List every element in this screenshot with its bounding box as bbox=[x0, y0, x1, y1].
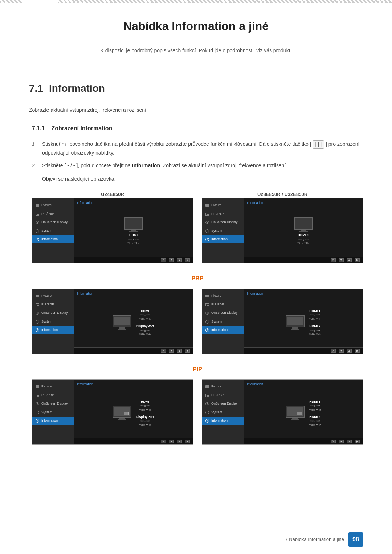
osd-btn-x-pip-l: ✕ bbox=[161, 440, 166, 443]
osd-label-pip-pip-l: PIP/PBP bbox=[41, 393, 54, 398]
osd-btn-right-1: ▶ bbox=[185, 258, 190, 262]
osd-item-info-pip-l: i Information bbox=[32, 417, 74, 425]
monitor-preview-pip-r bbox=[286, 406, 305, 420]
osd-label-pip-pip-r: PIP/PBP bbox=[211, 393, 224, 398]
source-info-pip-r2: HDMI 2 **** x **** **kHz **Hz bbox=[309, 415, 321, 427]
pip-icon-pip-r bbox=[205, 393, 209, 398]
osd-item-picture-pip-l: Picture bbox=[32, 383, 74, 391]
osd-btn-down-pip-l: ▼ bbox=[169, 440, 174, 443]
osd-item-pip-1: PIP/PBP bbox=[32, 210, 74, 218]
monitor-label-u24: U24E850R bbox=[101, 192, 124, 197]
osd-btn-right-pip-r: ▶ bbox=[355, 440, 360, 443]
page-subtitle: K dispozici je podrobný popis všech funk… bbox=[29, 47, 363, 54]
osd-label-info-pip-r: Information bbox=[211, 418, 228, 423]
footer-page-number: 98 bbox=[348, 532, 363, 547]
osd-label-picture-pbp-l: Picture bbox=[41, 294, 52, 299]
subsection-title: 7.1.1 Zobrazení Information bbox=[32, 124, 363, 133]
osd-panel-title-pip-l: Information bbox=[77, 382, 190, 387]
info-icon-pbp-r: i bbox=[205, 328, 209, 332]
osd-label-info-2: Information bbox=[211, 237, 228, 242]
info-icon-pbp-l: i bbox=[35, 328, 40, 332]
split-half-l2 bbox=[122, 317, 130, 325]
picture-icon-pbp-l bbox=[35, 294, 40, 298]
source-freq-pbp-r1: **kHz **Hz bbox=[309, 317, 321, 321]
osd-icon-pbp-l bbox=[35, 311, 40, 315]
system-icon-pbp-l bbox=[35, 320, 40, 324]
osd-label-picture-1: Picture bbox=[41, 203, 52, 208]
source-name-1: HDMI bbox=[127, 233, 139, 238]
source-res-pip-r1: **** x **** bbox=[309, 404, 321, 408]
osd-btn-down-pip-r: ▼ bbox=[339, 440, 344, 443]
osd-icon-pip-r bbox=[205, 402, 209, 406]
top-decorative-bar bbox=[0, 0, 392, 3]
osd-btn-right-pip-l: ▶ bbox=[185, 440, 190, 443]
section-number: 7.1 bbox=[29, 81, 43, 96]
monitor-single-row: Picture PIP/PBP OnScreen Display bbox=[32, 198, 363, 263]
osd-label-pip-pbp-r: PIP/PBP bbox=[211, 302, 224, 307]
osd-label-info-pip-l: Information bbox=[41, 418, 58, 423]
osd-content-1: HDMI **** x **** **kHz **Hz bbox=[77, 209, 190, 255]
osd-pbp-right: Picture PIP/PBP OnScreen Display bbox=[202, 289, 363, 354]
osd-icon-2 bbox=[205, 220, 209, 225]
source-info-pip-l1: HDMI **** x **** **kHz **Hz bbox=[136, 399, 154, 412]
osd-btn-x-pip-r: ✕ bbox=[331, 440, 336, 443]
monitor-preview-pbp-l1 bbox=[113, 315, 131, 330]
osd-sidebar-pbp-r: Picture PIP/PBP OnScreen Display bbox=[202, 289, 244, 354]
osd-content-pip-l: HDMI **** x **** **kHz **Hz DisplayPort … bbox=[77, 390, 190, 436]
osd-item-picture-pbp-r: Picture bbox=[202, 292, 244, 300]
osd-sidebar-2: Picture PIP/PBP OnScreen Display bbox=[202, 198, 244, 263]
source-info-pip-r1: HDMI 1 **** x **** **kHz **Hz bbox=[309, 399, 321, 412]
osd-label-picture-2: Picture bbox=[211, 203, 221, 208]
osd-item-pip-pbp-r: PIP/PBP bbox=[202, 301, 244, 309]
osd-bottom-1: ✕ ▼ ▲ ▶ bbox=[74, 257, 193, 263]
kbd-icon: ||| bbox=[313, 140, 324, 149]
picture-icon-1 bbox=[35, 203, 40, 208]
section-7-1: 7.1 Information Zobrazte aktuální vstupn… bbox=[29, 81, 363, 445]
osd-pbp-left: Picture PIP/PBP OnScreen Display bbox=[32, 289, 193, 354]
osd-item-pip-pip-r: PIP/PBP bbox=[202, 391, 244, 399]
monitor-base-2 bbox=[299, 231, 308, 232]
osd-u24-single: Picture PIP/PBP OnScreen Display bbox=[32, 198, 193, 263]
osd-label-info-pbp-r: Information bbox=[211, 328, 228, 333]
page-content: Nabídka Information a jiné K dispozici j… bbox=[0, 3, 392, 477]
picture-icon-2 bbox=[205, 203, 209, 208]
osd-btn-up-pip-r: ▲ bbox=[347, 440, 352, 443]
osd-label-pip-2: PIP/PBP bbox=[211, 212, 224, 217]
source-res-pbp-l1: **** x **** bbox=[136, 313, 154, 317]
step-2: 2 Stiskněte [ • / • ], pokud chcete přej… bbox=[32, 161, 363, 169]
source-name-pbp-r1: HDMI 1 bbox=[309, 309, 321, 314]
osd-label-pip-1: PIP/PBP bbox=[41, 212, 54, 217]
step-2-num: 2 bbox=[32, 161, 39, 169]
source-name-pip-r2: HDMI 2 bbox=[309, 415, 321, 420]
osd-sidebar-pip-r: Picture PIP/PBP OnScreen Display bbox=[202, 380, 244, 444]
osd-label-system-pbp-l: System bbox=[41, 319, 52, 324]
monitor-base-pip-r bbox=[291, 419, 299, 420]
osd-sidebar-1: Picture PIP/PBP OnScreen Display bbox=[32, 198, 74, 263]
source-freq-2: **kHz **Hz bbox=[297, 242, 309, 246]
source-freq-pip-r1: **kHz **Hz bbox=[309, 408, 321, 412]
step-1-text: Stisknutím libovolného tlačítka na předn… bbox=[42, 140, 363, 157]
monitor-preview-1: HDMI **** x **** **kHz **Hz bbox=[124, 217, 143, 246]
system-icon-pip-r bbox=[205, 410, 209, 415]
osd-label-system-pip-r: System bbox=[211, 410, 222, 415]
source-freq-pbp-l1: **kHz **Hz bbox=[136, 317, 154, 321]
step-1-num: 1 bbox=[32, 140, 39, 157]
osd-panel-title-2: Information bbox=[247, 201, 360, 206]
source-name-pip-l1: HDMI bbox=[136, 399, 154, 405]
page-footer: 7 Nabídka Information a jiné 98 bbox=[285, 532, 363, 547]
osd-content-pbp-l: HDMI **** x **** **kHz **Hz DisplayPort … bbox=[77, 299, 190, 345]
monitor-label-u28: U28E850R / U32E850R bbox=[257, 192, 307, 197]
monitor-screen-pbp-l bbox=[113, 315, 131, 327]
monitor-base-1 bbox=[129, 231, 138, 232]
osd-u28-single: Picture PIP/PBP OnScreen Display bbox=[202, 198, 363, 263]
picture-icon-pip-r bbox=[205, 385, 209, 389]
osd-item-picture-1: Picture bbox=[32, 201, 74, 209]
osd-btn-up-pbp-l: ▲ bbox=[177, 349, 182, 353]
osd-label-picture-pbp-r: Picture bbox=[211, 294, 221, 299]
osd-item-osd-pip-l: OnScreen Display bbox=[32, 400, 74, 408]
info-icon-pip-r: i bbox=[205, 419, 209, 423]
osd-item-pip-pbp-l: PIP/PBP bbox=[32, 301, 74, 309]
source-res-pbp-r2: **** x **** bbox=[309, 329, 321, 333]
title-divider bbox=[29, 72, 363, 72]
source-res-pip-l1: **** x **** bbox=[136, 404, 154, 408]
